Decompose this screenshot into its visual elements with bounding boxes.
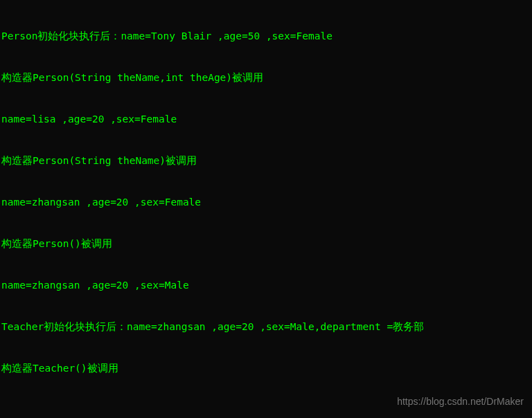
console-line: name=zhangsan ,age=20 ,sex=Male	[1, 278, 531, 292]
console-line: 构造器Person()被调用	[1, 237, 531, 251]
watermark-text: https://blog.csdn.net/DrMaker	[397, 394, 524, 408]
console-line: 构造器Person(String theName)被调用	[1, 154, 531, 167]
console-line: name=zhangsan ,age=20 ,sex=Female	[1, 195, 531, 209]
console-line: name=lisa ,age=20 ,sex=Female	[1, 112, 531, 126]
console-line: 构造器Person(String theName,int theAge)被调用	[1, 71, 531, 84]
terminal-output: Person初始化块执行后：name=Tony Blair ,age=50 ,s…	[1, 1, 531, 418]
console-line: 构造器Teacher()被调用	[1, 361, 531, 375]
console-line: Person初始化块执行后：name=Tony Blair ,age=50 ,s…	[1, 29, 531, 43]
console-line: Teacher初始化块执行后：name=zhangsan ,age=20 ,se…	[1, 320, 531, 334]
